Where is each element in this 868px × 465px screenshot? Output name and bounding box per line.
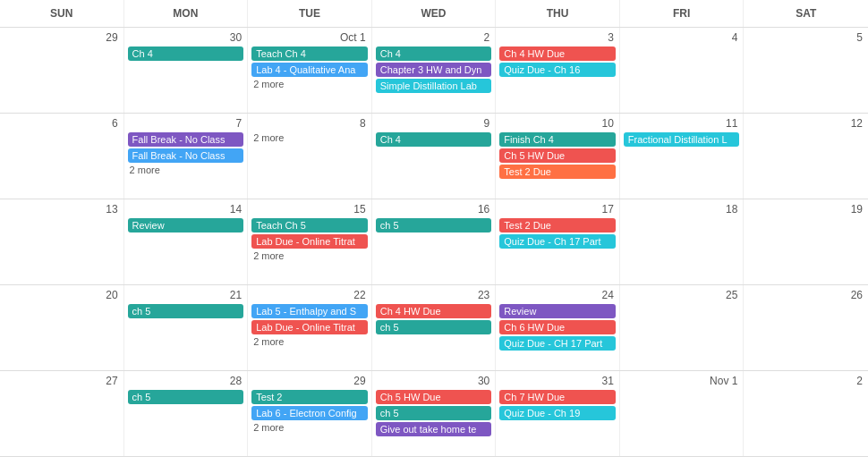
more-events-link[interactable]: 2 more <box>251 336 368 347</box>
calendar-event[interactable]: Fractional Distillation L <box>624 132 740 147</box>
more-events-link[interactable]: 2 more <box>128 165 244 175</box>
day-number: 15 <box>251 203 368 216</box>
day-number: 2 <box>747 375 864 387</box>
calendar-event[interactable]: Review <box>499 304 616 318</box>
day-cell: 29Test 2Lab 6 - Electron Config2 more <box>248 371 372 456</box>
calendar-event[interactable]: Test 2 <box>251 390 368 404</box>
calendar-event[interactable]: Fall Break - No Class <box>128 132 244 147</box>
day-number: 12 <box>747 117 864 130</box>
day-number: 26 <box>747 289 864 301</box>
day-number: 23 <box>376 289 492 301</box>
day-number: 29 <box>4 31 120 44</box>
day-number: 11 <box>624 117 740 130</box>
day-number: 9 <box>376 117 492 130</box>
calendar-event[interactable]: Ch 4 HW Due <box>499 46 616 61</box>
day-cell: 19 <box>744 199 868 284</box>
day-cell: 16ch 5 <box>372 199 497 284</box>
day-number: 20 <box>4 289 120 301</box>
week-row-4: 2728ch 529Test 2Lab 6 - Electron Config2… <box>0 371 868 457</box>
day-number: 16 <box>376 203 492 216</box>
day-number: 17 <box>499 203 616 216</box>
calendar-event[interactable]: Ch 4 <box>128 46 244 61</box>
calendar-event[interactable]: Test 2 Due <box>499 165 616 179</box>
calendar-event[interactable]: Ch 5 HW Due <box>376 390 492 404</box>
day-number: 24 <box>499 289 616 301</box>
day-number: 25 <box>624 289 740 301</box>
calendar-body: 2930Ch 4Oct 1Teach Ch 4Lab 4 - Qualitati… <box>0 28 868 457</box>
more-events-link[interactable]: 2 more <box>251 250 368 261</box>
calendar-event[interactable]: Teach Ch 4 <box>251 46 368 61</box>
calendar-event[interactable]: Lab Due - Online Titrat <box>251 320 368 334</box>
day-number: Oct 1 <box>251 31 368 44</box>
calendar-event[interactable]: Lab 4 - Qualitative Ana <box>251 63 368 77</box>
more-events-link[interactable]: 2 more <box>251 132 368 143</box>
calendar-event[interactable]: Ch 4 <box>376 132 492 147</box>
calendar-event[interactable]: Lab 6 - Electron Config <box>251 406 368 420</box>
calendar-event[interactable]: Simple Distillation Lab <box>376 79 492 93</box>
calendar-event[interactable]: Ch 4 <box>376 46 492 61</box>
day-header-sun: SUN <box>0 0 124 27</box>
calendar-event[interactable]: Quiz Due - Ch 17 Part <box>499 234 616 249</box>
day-cell: 12 <box>744 114 868 199</box>
week-row-3: 2021ch 522Lab 5 - Enthalpy and SLab Due … <box>0 285 868 371</box>
day-number: 8 <box>251 117 368 130</box>
day-cell: 30Ch 4 <box>124 28 249 113</box>
calendar-event[interactable]: ch 5 <box>376 406 492 420</box>
more-events-link[interactable]: 2 more <box>251 422 368 433</box>
day-number: 10 <box>499 117 616 130</box>
day-cell: 13 <box>0 199 124 284</box>
day-number: 31 <box>499 375 616 387</box>
day-number: 4 <box>624 31 740 44</box>
week-row-0: 2930Ch 4Oct 1Teach Ch 4Lab 4 - Qualitati… <box>0 28 868 114</box>
calendar-event[interactable]: Ch 6 HW Due <box>499 320 616 334</box>
week-row-2: 1314Review15Teach Ch 5Lab Due - Online T… <box>0 199 868 285</box>
calendar-header: SUNMONTUEWEDTHUFRISAT <box>0 0 868 28</box>
day-cell: Nov 1 <box>620 371 745 456</box>
calendar-event[interactable]: ch 5 <box>376 218 492 232</box>
day-header-thu: THU <box>496 0 620 27</box>
day-cell: 23Ch 4 HW Duech 5 <box>372 285 497 370</box>
calendar-event[interactable]: ch 5 <box>376 320 492 334</box>
day-cell: Oct 1Teach Ch 4Lab 4 - Qualitative Ana2 … <box>248 28 372 113</box>
calendar-event[interactable]: ch 5 <box>128 390 244 404</box>
day-cell: 5 <box>744 28 868 113</box>
calendar-event[interactable]: Fall Break - No Class <box>128 148 244 163</box>
day-cell: 4 <box>620 28 745 113</box>
day-cell: 14Review <box>124 199 249 284</box>
calendar-event[interactable]: Review <box>128 218 244 232</box>
day-cell: 31Ch 7 HW DueQuiz Due - Ch 19 <box>496 371 620 456</box>
day-number: 18 <box>624 203 740 216</box>
day-number: 13 <box>4 203 120 216</box>
calendar-event[interactable]: Quiz Due - CH 17 Part <box>499 336 616 351</box>
calendar-event[interactable]: Test 2 Due <box>499 218 616 232</box>
day-cell: 28ch 5 <box>124 371 249 456</box>
day-cell: 30Ch 5 HW Duech 5Give out take home te <box>372 371 497 456</box>
day-cell: 20 <box>0 285 124 370</box>
more-events-link[interactable]: 2 more <box>251 79 368 89</box>
calendar-event[interactable]: Ch 4 HW Due <box>376 304 492 318</box>
calendar-event[interactable]: Ch 7 HW Due <box>499 390 616 404</box>
calendar-event[interactable]: Ch 5 HW Due <box>499 148 616 163</box>
week-row-1: 67Fall Break - No ClassFall Break - No C… <box>0 114 868 199</box>
calendar-event[interactable]: Quiz Due - Ch 16 <box>499 63 616 77</box>
day-cell: 10Finish Ch 4Ch 5 HW DueTest 2 Due <box>496 114 620 199</box>
day-number: Nov 1 <box>624 375 740 387</box>
day-number: 30 <box>376 375 492 387</box>
day-number: 14 <box>128 203 244 216</box>
calendar-event[interactable]: Finish Ch 4 <box>499 132 616 147</box>
day-cell: 9Ch 4 <box>372 114 497 199</box>
day-header-fri: FRI <box>620 0 745 27</box>
calendar-event[interactable]: Give out take home te <box>376 422 492 436</box>
calendar-event[interactable]: Lab 5 - Enthalpy and S <box>251 304 368 318</box>
calendar-event[interactable]: ch 5 <box>128 304 244 318</box>
day-header-mon: MON <box>124 0 249 27</box>
day-cell: 25 <box>620 285 745 370</box>
calendar-event[interactable]: Chapter 3 HW and Dyn <box>376 63 492 77</box>
day-cell: 22Lab 5 - Enthalpy and SLab Due - Online… <box>248 285 372 370</box>
calendar-event[interactable]: Quiz Due - Ch 19 <box>499 406 616 420</box>
day-number: 22 <box>251 289 368 301</box>
day-cell: 15Teach Ch 5Lab Due - Online Titrat2 mor… <box>248 199 372 284</box>
day-number: 6 <box>4 117 120 130</box>
calendar-event[interactable]: Teach Ch 5 <box>251 218 368 232</box>
calendar-event[interactable]: Lab Due - Online Titrat <box>251 234 368 249</box>
